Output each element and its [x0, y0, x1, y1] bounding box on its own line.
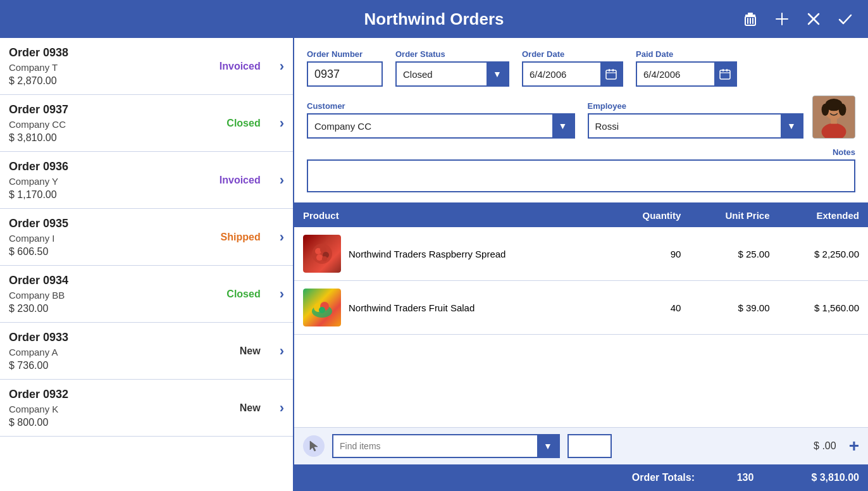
- totals-row: Order Totals: 130 $ 3,810.00: [294, 464, 868, 491]
- calendar-icon: [605, 68, 617, 80]
- order-chevron-icon: ›: [280, 343, 284, 359]
- employee-dropdown-btn[interactable]: ▼: [781, 115, 802, 137]
- col-unit-price: Unit Price: [690, 204, 778, 227]
- order-status: Invoiced: [204, 61, 261, 72]
- employee-label: Employee: [588, 101, 804, 111]
- add-item-qty-input[interactable]: [567, 434, 612, 458]
- order-title: Order 0938: [9, 46, 204, 59]
- svg-rect-10: [606, 70, 616, 79]
- order-item-0937[interactable]: Order 0937 Company CC $ 3,810.00 Closed …: [0, 95, 293, 152]
- calendar-icon: [719, 68, 731, 80]
- paid-date-calendar-btn[interactable]: [714, 63, 736, 85]
- product-thumbnail: [303, 289, 341, 326]
- employee-select[interactable]: Rossi ▼: [588, 113, 804, 139]
- order-date-calendar-btn[interactable]: [600, 63, 622, 85]
- order-form: Order Number Order Status Closed ▼ Order…: [294, 38, 868, 204]
- svg-rect-2: [752, 18, 753, 24]
- svg-point-25: [312, 244, 332, 264]
- order-item-0935[interactable]: Order 0935 Company I $ 606.50 Shipped ›: [0, 209, 293, 266]
- order-status-field: Order Status Closed ▼: [395, 49, 509, 87]
- notes-textarea[interactable]: [307, 159, 855, 192]
- order-info: Order 0935 Company I $ 606.50: [9, 217, 204, 258]
- product-unit-price: $ 39.00: [690, 281, 778, 335]
- order-title: Order 0933: [9, 331, 204, 344]
- product-thumbnail: [303, 235, 341, 273]
- order-date-picker[interactable]: 6/4/2006: [522, 61, 623, 87]
- product-quantity: 90: [609, 227, 690, 281]
- order-item-0932[interactable]: Order 0932 Company K $ 800.00 New ›: [0, 380, 293, 437]
- totals-amount: $ 3,810.00: [771, 472, 859, 483]
- find-items-wrapper[interactable]: ▼: [332, 434, 560, 458]
- find-items-input[interactable]: [333, 435, 537, 457]
- product-extended: $ 1,560.00: [779, 281, 868, 335]
- order-status: Closed: [204, 289, 261, 300]
- order-company: Company A: [9, 347, 204, 357]
- add-item-button[interactable]: +: [849, 436, 859, 456]
- customer-select[interactable]: Company CC ▼: [307, 113, 575, 139]
- col-extended: Extended: [779, 204, 868, 227]
- totals-label: Order Totals:: [303, 472, 695, 483]
- table-row[interactable]: Northwind Traders Fruit Salad 40 $ 39.00…: [294, 281, 868, 335]
- svg-rect-4: [748, 13, 753, 15]
- svg-rect-11: [609, 69, 610, 71]
- cursor-svg: [307, 440, 320, 452]
- product-unit-price: $ 25.00: [690, 227, 778, 281]
- form-row-2: Customer Company CC ▼ Employee Rossi ▼: [307, 96, 855, 139]
- product-name: Northwind Traders Fruit Salad: [349, 302, 474, 313]
- order-status: Invoiced: [204, 175, 261, 186]
- order-company: Company I: [9, 233, 204, 244]
- product-name-cell: Northwind Traders Fruit Salad: [294, 281, 609, 335]
- employee-photo: [812, 96, 855, 139]
- order-status-dropdown-btn[interactable]: ▼: [487, 63, 508, 85]
- product-quantity: 40: [609, 281, 690, 335]
- order-company: Company BB: [9, 290, 204, 301]
- trash-icon: [741, 10, 759, 28]
- order-item-0938[interactable]: Order 0938 Company T $ 2,870.00 Invoiced…: [0, 38, 293, 95]
- order-date-label: Order Date: [522, 49, 623, 59]
- order-title: Order 0936: [9, 160, 204, 173]
- svg-rect-7: [776, 18, 788, 20]
- order-info: Order 0933 Company A $ 736.00: [9, 331, 204, 371]
- order-amount: $ 606.50: [9, 246, 204, 258]
- order-number-input[interactable]: [307, 61, 383, 87]
- paid-date-picker[interactable]: 6/4/2006: [636, 61, 737, 87]
- order-item-0934[interactable]: Order 0934 Company BB $ 230.00 Closed ›: [0, 266, 293, 323]
- products-table-body: Northwind Traders Raspberry Spread 90 $ …: [294, 227, 868, 335]
- svg-point-29: [316, 254, 323, 261]
- order-item-0936[interactable]: Order 0936 Company Y $ 1,170.00 Invoiced…: [0, 152, 293, 209]
- checkmark-icon: [836, 10, 854, 28]
- find-items-dropdown-btn[interactable]: ▼: [537, 435, 559, 457]
- svg-rect-1: [750, 18, 751, 24]
- table-row[interactable]: Northwind Traders Raspberry Spread 90 $ …: [294, 227, 868, 281]
- plus-icon: [773, 10, 791, 28]
- svg-rect-24: [831, 118, 837, 124]
- order-status: Closed: [204, 118, 261, 129]
- customer-field: Customer Company CC ▼: [307, 101, 575, 139]
- cancel-button[interactable]: [801, 6, 826, 32]
- customer-dropdown-btn[interactable]: ▼: [552, 115, 574, 137]
- order-amount: $ 736.00: [9, 360, 204, 371]
- add-item-row: ▼ $ .00 +: [294, 427, 868, 464]
- order-status-value: Closed: [397, 63, 487, 85]
- order-info: Order 0938 Company T $ 2,870.00: [9, 46, 204, 87]
- delete-button[interactable]: [738, 6, 763, 32]
- order-company: Company T: [9, 62, 204, 73]
- svg-point-21: [822, 104, 829, 116]
- product-cell: Northwind Traders Raspberry Spread: [303, 235, 600, 273]
- order-chevron-icon: ›: [280, 58, 284, 75]
- svg-point-34: [319, 307, 325, 313]
- order-info: Order 0934 Company BB $ 230.00: [9, 274, 204, 314]
- header-actions: [738, 6, 858, 32]
- order-detail: Order Number Order Status Closed ▼ Order…: [294, 38, 868, 491]
- order-amount: $ 800.00: [9, 417, 204, 428]
- add-button[interactable]: [769, 6, 795, 32]
- order-number-field: Order Number: [307, 49, 383, 87]
- customer-value: Company CC: [308, 115, 552, 137]
- confirm-button[interactable]: [833, 6, 858, 32]
- order-amount: $ 230.00: [9, 303, 204, 314]
- product-name-cell: Northwind Traders Raspberry Spread: [294, 227, 609, 281]
- order-item-0933[interactable]: Order 0933 Company A $ 736.00 New ›: [0, 323, 293, 380]
- order-info: Order 0932 Company K $ 800.00: [9, 388, 204, 428]
- order-company: Company Y: [9, 176, 204, 187]
- order-status-select[interactable]: Closed ▼: [395, 61, 509, 87]
